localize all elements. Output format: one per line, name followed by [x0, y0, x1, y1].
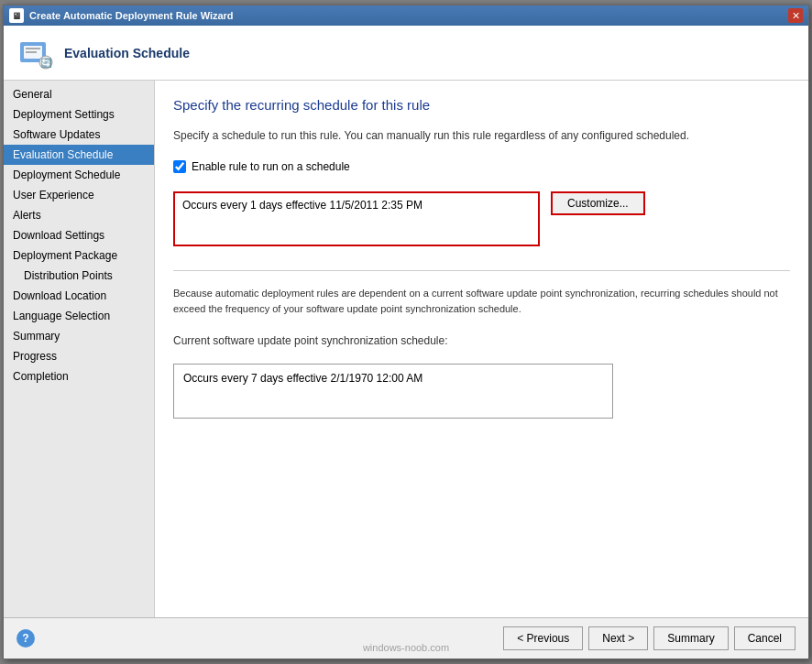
- help-icon[interactable]: ?: [16, 629, 35, 648]
- sidebar-item-deployment-package[interactable]: Deployment Package: [4, 245, 154, 266]
- sidebar-item-evaluation-schedule[interactable]: Evaluation Schedule: [4, 145, 154, 165]
- app-icon: 🖥: [9, 8, 24, 23]
- page-title: Specify the recurring schedule for this …: [173, 97, 790, 113]
- summary-button[interactable]: Summary: [653, 626, 728, 650]
- description-text: Specify a schedule to run this rule. You…: [173, 127, 790, 144]
- sidebar-item-completion[interactable]: Completion: [4, 366, 154, 386]
- info-text: Because automatic deployment rules are d…: [173, 286, 790, 316]
- footer-left: ?: [16, 629, 35, 648]
- watermark: windows-noob.com: [363, 642, 449, 653]
- next-button[interactable]: Next >: [588, 626, 648, 650]
- footer: ? < Previous Next > Summary Cancel windo…: [4, 617, 808, 659]
- sidebar-item-software-updates[interactable]: Software Updates: [4, 125, 154, 145]
- sync-value: Occurs every 7 days effective 2/1/1970 1…: [183, 372, 422, 385]
- window-title: Create Automatic Deployment Rule Wizard: [29, 10, 234, 21]
- sidebar-item-user-experience[interactable]: User Experience: [4, 185, 154, 205]
- cancel-button[interactable]: Cancel: [734, 626, 796, 650]
- sync-box: Occurs every 7 days effective 2/1/1970 1…: [173, 364, 613, 419]
- sync-label: Current software update point synchroniz…: [173, 334, 790, 347]
- checkbox-row: Enable rule to run on a schedule: [173, 160, 790, 173]
- header-bar: 🔄 Evaluation Schedule: [4, 26, 808, 81]
- sidebar-item-progress[interactable]: Progress: [4, 346, 154, 366]
- wizard-icon: 🔄: [16, 35, 53, 71]
- svg-text:🔄: 🔄: [40, 57, 52, 69]
- schedule-section: Occurs every 1 days effective 11/5/2011 …: [173, 191, 790, 246]
- enable-schedule-checkbox[interactable]: [173, 160, 186, 173]
- main-content: Specify the recurring schedule for this …: [155, 81, 808, 617]
- section-divider: [173, 270, 790, 271]
- header-title: Evaluation Schedule: [64, 46, 190, 60]
- wizard-window: 🖥 Create Automatic Deployment Rule Wizar…: [3, 5, 809, 659]
- sidebar-item-general[interactable]: General: [4, 84, 154, 104]
- sidebar-item-deployment-settings[interactable]: Deployment Settings: [4, 104, 154, 125]
- enable-schedule-label: Enable rule to run on a schedule: [192, 160, 350, 173]
- svg-rect-2: [26, 48, 40, 49]
- close-button[interactable]: ✕: [788, 8, 803, 23]
- footer-buttons: < Previous Next > Summary Cancel: [503, 626, 796, 650]
- sidebar-item-language-selection[interactable]: Language Selection: [4, 306, 154, 326]
- sidebar-item-distribution-points[interactable]: Distribution Points: [4, 266, 154, 286]
- sidebar-item-download-settings[interactable]: Download Settings: [4, 225, 154, 245]
- sidebar-item-alerts[interactable]: Alerts: [4, 205, 154, 225]
- body: GeneralDeployment SettingsSoftware Updat…: [4, 81, 808, 617]
- schedule-value: Occurs every 1 days effective 11/5/2011 …: [182, 199, 422, 212]
- schedule-box: Occurs every 1 days effective 11/5/2011 …: [173, 191, 540, 246]
- customize-button[interactable]: Customize...: [551, 191, 645, 215]
- svg-rect-3: [26, 51, 37, 53]
- previous-button[interactable]: < Previous: [503, 626, 583, 650]
- title-bar: 🖥 Create Automatic Deployment Rule Wizar…: [4, 5, 808, 26]
- title-bar-left: 🖥 Create Automatic Deployment Rule Wizar…: [9, 8, 234, 23]
- sidebar: GeneralDeployment SettingsSoftware Updat…: [4, 81, 155, 617]
- sidebar-item-deployment-schedule[interactable]: Deployment Schedule: [4, 165, 154, 185]
- sidebar-item-download-location[interactable]: Download Location: [4, 286, 154, 306]
- sidebar-item-summary[interactable]: Summary: [4, 326, 154, 346]
